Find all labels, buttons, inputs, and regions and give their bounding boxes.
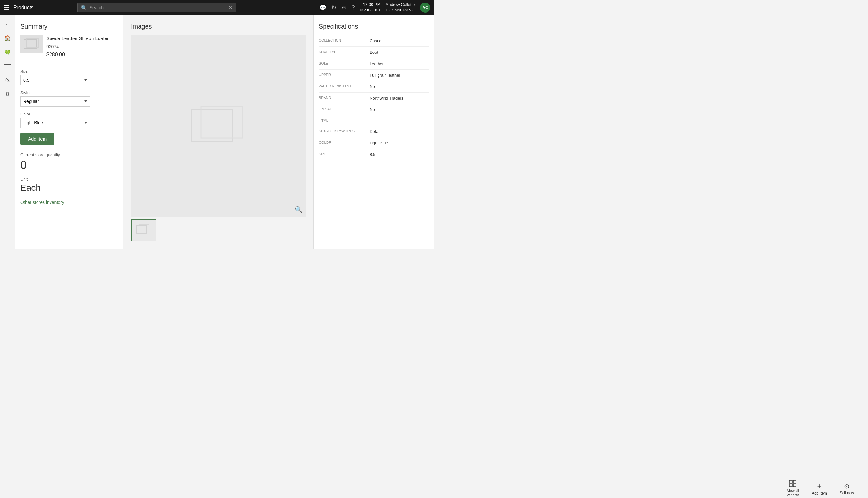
user-info: Andrew Collette 1 - SANFRAN-1 — [386, 2, 415, 13]
spec-value: Leather — [370, 61, 384, 66]
image-thumbnails — [131, 219, 306, 241]
search-icon: 🔍 — [81, 5, 87, 11]
product-sku: 92074 — [46, 44, 109, 49]
other-stores-link[interactable]: Other stores inventory — [21, 200, 64, 205]
product-thumbnail — [21, 35, 43, 53]
placeholder-image — [24, 38, 39, 51]
search-bar: 🔍 ✕ — [77, 3, 236, 12]
svg-rect-5 — [191, 109, 233, 141]
spec-key: SEARCH KEYWORDS — [319, 129, 370, 134]
spec-row: BRANDNorthwind Traders — [319, 93, 429, 104]
product-header: Suede Leather Slip-on Loafer 92074 $280.… — [21, 35, 118, 64]
style-label: Style — [21, 90, 118, 95]
list-icon — [4, 63, 11, 69]
spec-row: COLLECTIONCasual — [319, 35, 429, 47]
spec-value: No — [370, 84, 375, 89]
spec-value: Casual — [370, 39, 382, 43]
spec-row: SIZE8.5 — [319, 149, 429, 160]
sidebar-item-cart[interactable]: 🛍 — [1, 74, 14, 87]
spec-key: BRAND — [319, 96, 370, 101]
color-field: Color Light Blue Black Brown White — [21, 112, 118, 128]
specs-panel: Specifications COLLECTIONCasualSHOE TYPE… — [313, 15, 434, 249]
spec-value: No — [370, 107, 375, 112]
spec-row: HTML — [319, 116, 429, 126]
spec-key: ON SALE — [319, 107, 370, 112]
spec-value: Light Blue — [370, 141, 388, 145]
qty-value: 0 — [21, 158, 118, 172]
spec-key: SHOE TYPE — [319, 50, 370, 55]
settings-icon[interactable]: ⚙ — [341, 4, 347, 11]
spec-key: HTML — [319, 119, 370, 122]
product-info: Suede Leather Slip-on Loafer 92074 $280.… — [46, 35, 109, 64]
help-icon[interactable]: ? — [352, 4, 355, 11]
main-content: Summary Suede Leather Slip-on Loafer 920… — [15, 15, 434, 249]
chat-icon[interactable]: 💬 — [320, 4, 326, 11]
style-select[interactable]: Regular Wide Narrow — [21, 96, 90, 106]
sidebar-badge: 0 — [6, 91, 9, 97]
unit-label: Unit — [21, 177, 118, 182]
topbar-right: 💬 ↻ ⚙ ? 12:00 PM 05/06/2021 Andrew Colle… — [320, 2, 430, 13]
image-thumb-1[interactable] — [131, 219, 157, 241]
spec-row: ON SALENo — [319, 104, 429, 116]
spec-value: Full grain leather — [370, 73, 401, 78]
product-name: Suede Leather Slip-on Loafer — [46, 35, 109, 42]
svg-rect-6 — [201, 106, 242, 138]
spec-value: 8.5 — [370, 152, 375, 157]
sidebar-item-products[interactable]: 🍀 — [1, 46, 14, 58]
search-input[interactable] — [90, 5, 226, 10]
spec-key: SIZE — [319, 152, 370, 157]
spec-key: COLOR — [319, 141, 370, 145]
spec-value: Boot — [370, 50, 378, 55]
specs-title: Specifications — [319, 23, 429, 30]
specs-rows: COLLECTIONCasualSHOE TYPEBootSOLELeather… — [319, 35, 429, 160]
color-select[interactable]: Light Blue Black Brown White — [21, 118, 90, 128]
menu-icon[interactable]: ☰ — [4, 4, 10, 11]
sidebar-item-list[interactable] — [1, 60, 14, 73]
spec-row: UPPERFull grain leather — [319, 70, 429, 81]
spec-key: SOLE — [319, 61, 370, 66]
color-label: Color — [21, 112, 118, 116]
clock: 12:00 PM 05/06/2021 — [360, 2, 380, 13]
svg-rect-2 — [4, 68, 11, 68]
summary-panel: Summary Suede Leather Slip-on Loafer 920… — [15, 15, 123, 249]
images-panel: Images 🔍 — [123, 15, 313, 249]
sidebar-item-badge[interactable]: 0 — [1, 88, 14, 101]
search-clear-icon[interactable]: ✕ — [229, 5, 233, 11]
sidebar-item-home[interactable]: 🏠 — [1, 32, 14, 44]
product-price: $280.00 — [46, 52, 109, 57]
refresh-icon[interactable]: ↻ — [331, 4, 336, 11]
spec-row: COLORLight Blue — [319, 137, 429, 149]
spec-value: Default — [370, 129, 383, 134]
size-label: Size — [21, 69, 118, 74]
svg-rect-0 — [4, 64, 11, 65]
style-field: Style Regular Wide Narrow — [21, 90, 118, 106]
spec-key: WATER RESISTANT — [319, 84, 370, 89]
main-product-image — [190, 104, 247, 148]
images-title: Images — [131, 23, 306, 30]
spec-row: SOLELeather — [319, 58, 429, 70]
spec-row: SEARCH KEYWORDSDefault — [319, 126, 429, 137]
app-title: Products — [13, 5, 33, 11]
sidebar: ← 🏠 🍀 🛍 0 — [0, 15, 15, 249]
add-item-button[interactable]: Add item — [21, 133, 54, 145]
topbar: ☰ Products 🔍 ✕ 💬 ↻ ⚙ ? 12:00 PM 05/06/20… — [0, 0, 434, 15]
size-field: Size 8.5 7 7.5 8 9 9.5 10 — [21, 69, 118, 85]
summary-title: Summary — [21, 23, 118, 30]
avatar[interactable]: AC — [420, 2, 430, 13]
main-layout: ← 🏠 🍀 🛍 0 Summary — [0, 15, 434, 249]
spec-value: Northwind Traders — [370, 96, 403, 101]
size-select[interactable]: 8.5 7 7.5 8 9 9.5 10 — [21, 75, 90, 85]
qty-label: Current store quantity — [21, 152, 118, 157]
svg-rect-1 — [4, 66, 11, 66]
spec-row: SHOE TYPEBoot — [319, 47, 429, 58]
sidebar-item-back[interactable]: ← — [1, 18, 14, 30]
main-image-area: 🔍 — [131, 35, 306, 217]
spec-key: UPPER — [319, 73, 370, 78]
unit-value: Each — [21, 183, 118, 193]
spec-key: COLLECTION — [319, 39, 370, 43]
thumb-image-1 — [136, 224, 152, 237]
zoom-icon[interactable]: 🔍 — [295, 206, 302, 213]
spec-row: WATER RESISTANTNo — [319, 81, 429, 93]
